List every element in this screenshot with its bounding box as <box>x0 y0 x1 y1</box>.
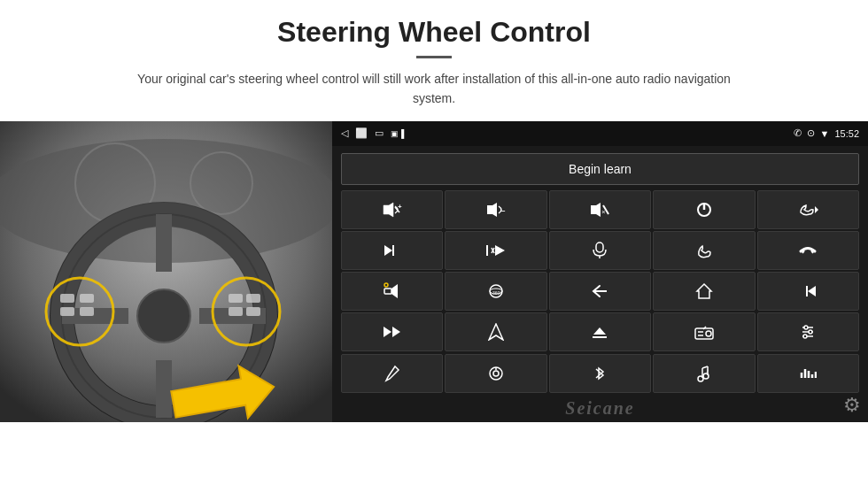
signal-icon: ▣▐ <box>391 129 404 138</box>
page-title: Steering Wheel Control <box>35 16 833 49</box>
svg-text:360°: 360° <box>492 290 501 296</box>
svg-rect-16 <box>80 294 94 303</box>
svg-marker-55 <box>384 327 391 337</box>
settings-gear-icon[interactable]: ⚙ <box>843 394 861 417</box>
recents-nav-icon[interactable]: ▭ <box>375 127 384 139</box>
svg-marker-56 <box>392 327 400 337</box>
svg-rect-41 <box>596 242 603 252</box>
seicane-watermark: Seicane <box>332 398 868 422</box>
radio-button[interactable] <box>653 312 755 351</box>
svg-point-70 <box>803 335 807 338</box>
bluetooth-button[interactable] <box>549 354 651 393</box>
status-bar-right: ✆ ⊙ ▼ 15:52 <box>794 127 859 139</box>
end-call-button[interactable] <box>757 231 859 270</box>
mute-button[interactable]: × <box>549 190 651 229</box>
mic-button[interactable] <box>549 231 651 270</box>
svg-rect-14 <box>60 294 74 303</box>
knob-button[interactable] <box>445 354 546 393</box>
skip-next-button[interactable] <box>341 231 443 270</box>
svg-rect-15 <box>60 307 74 316</box>
svg-text:−: − <box>501 207 506 215</box>
content-area: ◁ ⬜ ▭ ▣▐ ✆ ⊙ ▼ 15:52 Begin learn <box>0 121 868 422</box>
android-unit: ◁ ⬜ ▭ ▣▐ ✆ ⊙ ▼ 15:52 Begin learn <box>332 121 868 422</box>
svg-marker-22 <box>384 203 393 217</box>
svg-rect-60 <box>695 328 713 339</box>
pen-button[interactable] <box>341 354 443 393</box>
svg-point-72 <box>493 371 499 376</box>
svg-marker-58 <box>593 327 606 335</box>
steering-wheel-image <box>0 121 332 422</box>
status-bar: ◁ ⬜ ▭ ▣▐ ✆ ⊙ ▼ 15:52 <box>332 121 868 146</box>
music-button[interactable]: ♪ <box>653 354 755 393</box>
svg-rect-21 <box>246 307 260 316</box>
phone-prev-button[interactable] <box>757 190 859 229</box>
svg-point-61 <box>706 331 711 336</box>
svg-point-78 <box>703 373 709 379</box>
svg-rect-45 <box>384 289 391 294</box>
speaker-button[interactable] <box>341 272 443 311</box>
svg-marker-38 <box>495 245 505 256</box>
svg-point-68 <box>804 326 808 329</box>
svg-point-77 <box>698 376 703 381</box>
time-display: 15:52 <box>834 128 859 139</box>
vol-up-button[interactable]: + <box>341 190 443 229</box>
svg-marker-46 <box>391 284 398 298</box>
begin-learn-row: Begin learn <box>332 146 868 190</box>
svg-point-69 <box>809 330 812 334</box>
eject-button[interactable] <box>549 312 651 351</box>
svg-marker-28 <box>591 203 601 217</box>
navigation-button[interactable] <box>445 312 546 351</box>
wifi-icon: ▼ <box>820 128 830 139</box>
svg-marker-26 <box>487 203 497 217</box>
svg-marker-52 <box>697 284 711 298</box>
prev-track-button[interactable] <box>757 272 859 311</box>
begin-learn-button[interactable]: Begin learn <box>341 153 859 185</box>
svg-point-11 <box>137 289 190 343</box>
home-button[interactable] <box>653 272 755 311</box>
svg-marker-57 <box>489 324 503 340</box>
title-section: Steering Wheel Control Your original car… <box>0 16 868 121</box>
svg-marker-35 <box>384 245 392 256</box>
equalizer-button[interactable] <box>757 354 859 393</box>
camera-360-button[interactable]: 360° <box>445 272 546 311</box>
power-button[interactable] <box>653 190 755 229</box>
fast-fwd-button[interactable] <box>341 312 443 351</box>
svg-marker-53 <box>808 286 816 296</box>
page-container: Steering Wheel Control Your original car… <box>0 0 868 485</box>
head-unit: ◁ ⬜ ▭ ▣▐ ✆ ⊙ ▼ 15:52 Begin learn <box>332 121 868 422</box>
vol-down-button[interactable]: − <box>445 190 546 229</box>
subtitle: Your original car's steering wheel contr… <box>124 69 744 109</box>
back-button[interactable] <box>549 272 651 311</box>
back-nav-icon[interactable]: ◁ <box>341 127 348 139</box>
call-button[interactable] <box>653 231 755 270</box>
home-nav-icon[interactable]: ⬜ <box>355 127 368 139</box>
svg-point-47 <box>384 283 388 287</box>
svg-rect-18 <box>229 294 243 303</box>
phone-status-icon: ✆ <box>794 127 802 139</box>
svg-rect-17 <box>80 307 94 316</box>
eq-settings-button[interactable] <box>757 312 859 351</box>
svg-text:+: + <box>398 203 402 211</box>
svg-text:×: × <box>601 208 606 216</box>
control-button-grid: + − × <box>332 190 868 398</box>
title-divider <box>416 56 452 58</box>
skip-prev-x-button[interactable] <box>445 231 546 270</box>
svg-rect-19 <box>229 307 243 316</box>
svg-rect-20 <box>246 294 260 303</box>
location-icon: ⊙ <box>807 127 815 139</box>
status-bar-left: ◁ ⬜ ▭ ▣▐ <box>341 127 404 139</box>
svg-text:♪: ♪ <box>706 367 709 373</box>
